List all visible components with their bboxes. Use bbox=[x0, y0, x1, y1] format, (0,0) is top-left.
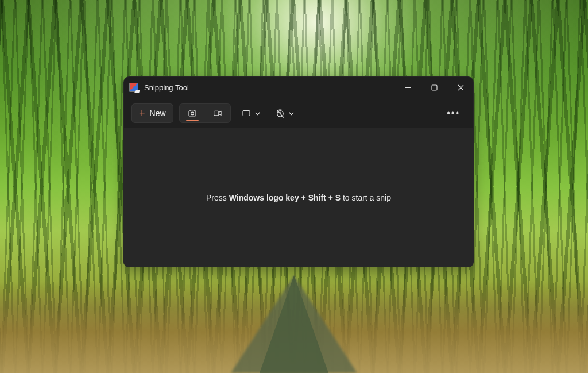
toolbar: + New bbox=[123, 98, 474, 128]
video-icon bbox=[212, 108, 223, 118]
desktop-wallpaper: Snipping Tool + New bbox=[0, 0, 588, 373]
camera-icon bbox=[187, 108, 198, 118]
minimize-button[interactable] bbox=[394, 76, 421, 98]
hint-suffix: to start a snip bbox=[341, 193, 391, 202]
delay-dropdown[interactable] bbox=[270, 103, 299, 123]
chevron-down-icon bbox=[289, 111, 294, 116]
wallpaper-path-inner bbox=[260, 275, 328, 373]
title-left: Snipping Tool bbox=[129, 83, 189, 92]
minimize-icon bbox=[405, 84, 411, 91]
svg-rect-3 bbox=[243, 111, 250, 116]
new-snip-button[interactable]: + New bbox=[131, 103, 173, 123]
maximize-icon bbox=[431, 84, 438, 91]
more-options-button[interactable]: ••• bbox=[441, 103, 466, 123]
chevron-down-icon bbox=[255, 111, 260, 116]
close-icon bbox=[458, 84, 464, 91]
app-icon bbox=[129, 83, 138, 92]
capture-mode-group bbox=[179, 103, 231, 123]
caption-buttons bbox=[394, 76, 474, 98]
content-area: Press Windows logo key + Shift + S to st… bbox=[123, 128, 474, 267]
close-button[interactable] bbox=[447, 76, 474, 98]
rectangle-icon bbox=[241, 108, 252, 118]
plus-icon: + bbox=[139, 108, 145, 118]
hint-shortcut: Windows logo key + Shift + S bbox=[229, 193, 341, 202]
svg-point-1 bbox=[191, 112, 194, 115]
video-mode-button[interactable] bbox=[205, 104, 230, 122]
hint-prefix: Press bbox=[206, 193, 229, 202]
svg-rect-2 bbox=[214, 111, 218, 116]
svg-rect-0 bbox=[432, 85, 437, 90]
titlebar[interactable]: Snipping Tool bbox=[123, 76, 474, 98]
photo-mode-button[interactable] bbox=[180, 104, 205, 122]
no-delay-icon bbox=[275, 108, 285, 118]
snipping-tool-window: Snipping Tool + New bbox=[123, 76, 474, 267]
new-label: New bbox=[150, 109, 166, 118]
snip-shape-dropdown[interactable] bbox=[237, 103, 265, 123]
maximize-button[interactable] bbox=[421, 76, 447, 98]
shortcut-hint: Press Windows logo key + Shift + S to st… bbox=[206, 193, 391, 202]
window-title: Snipping Tool bbox=[144, 83, 189, 92]
